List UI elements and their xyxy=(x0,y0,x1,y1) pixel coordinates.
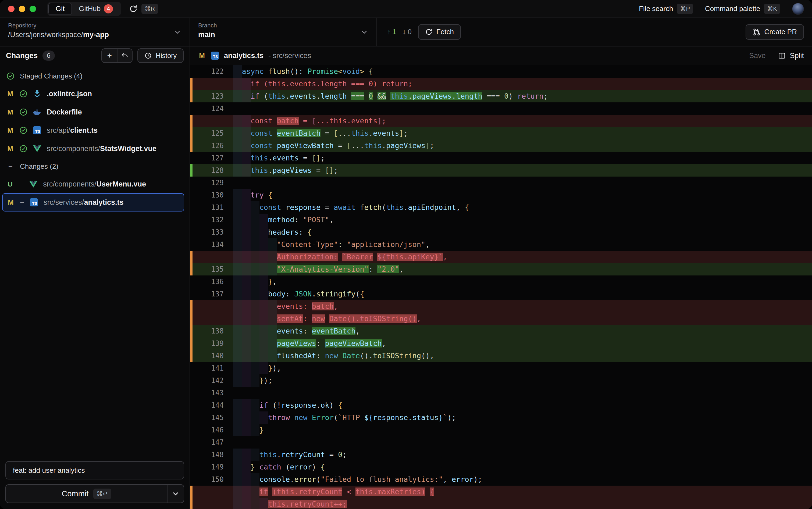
code-line: 134 "Content-Type": "application/json", xyxy=(190,238,812,251)
typescript-icon: TS xyxy=(210,51,219,60)
line-number: 133 xyxy=(190,226,224,238)
gutter-diff-marker xyxy=(190,263,193,275)
check-circle-icon xyxy=(19,108,27,116)
gutter-diff-marker xyxy=(190,300,193,312)
pull-request-icon xyxy=(753,28,761,36)
commit-label: Commit xyxy=(62,489,89,498)
tab-github[interactable]: GitHub 4 xyxy=(72,3,120,15)
status-badge: M xyxy=(7,198,14,207)
deleted-code-line: const batch = [...this.events]; xyxy=(190,115,812,127)
section-label: Staged Changes (4) xyxy=(20,72,83,80)
fetch-button[interactable]: Fetch xyxy=(418,24,461,40)
code-line: 127 this.events = []; xyxy=(190,152,812,164)
status-badge: M xyxy=(6,108,14,116)
repository-path: /Users/joris/workspace/my-app xyxy=(8,31,182,39)
file-search-button[interactable]: File search ⌘P xyxy=(639,4,693,14)
changes-count-badge: 6 xyxy=(42,50,55,61)
open-file-name: analytics.ts xyxy=(224,52,263,60)
line-number xyxy=(190,300,224,312)
titlebar: Git GitHub 4 ⌘R File search ⌘P Command p… xyxy=(0,0,812,18)
added-code-line: 128 this.pageViews = []; xyxy=(190,164,812,176)
line-number xyxy=(190,486,224,498)
command-palette-keycap: ⌘K xyxy=(764,4,780,14)
chevron-down-icon xyxy=(360,28,368,36)
status-badge: U xyxy=(6,180,14,189)
gutter-diff-marker xyxy=(190,127,193,139)
row-action[interactable] xyxy=(19,144,27,152)
line-number: 128 xyxy=(190,164,224,176)
repository-selector[interactable]: Repository /Users/joris/workspace/my-app xyxy=(0,18,190,46)
check-circle-icon xyxy=(19,144,27,152)
section-header[interactable]: Staged Changes (4) xyxy=(0,67,190,84)
zoom-window-button[interactable] xyxy=(30,6,36,12)
file-label: src/api/client.ts xyxy=(47,126,98,135)
gutter-diff-marker xyxy=(190,139,193,152)
branch-selector[interactable]: Branch main xyxy=(190,18,377,46)
row-action[interactable] xyxy=(19,108,27,116)
line-number: 142 xyxy=(190,374,224,387)
file-label: src/components/UserMenu.vue xyxy=(43,180,146,189)
history-label: History xyxy=(156,52,177,60)
gutter-diff-marker xyxy=(190,78,193,90)
commit-options-button[interactable] xyxy=(167,485,184,503)
commit-button-group: Commit ⌘↵ xyxy=(5,484,184,503)
tab-git[interactable]: Git xyxy=(48,3,72,15)
line-number: 137 xyxy=(190,288,224,300)
commit-button[interactable]: Commit ⌘↵ xyxy=(6,485,167,503)
tab-git-label: Git xyxy=(56,5,65,13)
branch-label: Branch xyxy=(198,22,368,29)
check-circle-icon xyxy=(19,90,27,98)
command-palette-button[interactable]: Command palette ⌘K xyxy=(705,4,780,14)
branch-name: main xyxy=(198,31,368,39)
code-line: 132 method: "POST", xyxy=(190,214,812,226)
split-view-button[interactable]: Split xyxy=(778,52,804,60)
line-number: 145 xyxy=(190,411,224,424)
line-number xyxy=(190,251,224,263)
row-action[interactable]: − xyxy=(19,180,24,189)
code-line: 143 xyxy=(190,387,812,399)
deleted-code-line: if (this.events.length === 0) return; xyxy=(190,78,812,90)
user-avatar[interactable] xyxy=(792,3,804,15)
changes-header: Changes 6 + History xyxy=(0,46,190,65)
code-line: 122 async flush(): Promise<void> { xyxy=(190,65,812,78)
section-header[interactable]: −Changes (2) xyxy=(0,158,190,175)
check-circle-icon xyxy=(19,126,27,134)
stage-actions: + xyxy=(101,48,133,63)
file-status-badge: M xyxy=(198,52,206,60)
added-code-line: 125 const eventBatch = [...this.events]; xyxy=(190,127,812,139)
row-action[interactable] xyxy=(19,90,27,98)
file-row[interactable]: M.oxlintrc.json xyxy=(0,84,190,103)
add-button[interactable]: + xyxy=(102,49,117,62)
file-row[interactable]: M−TSsrc/services/analytics.ts xyxy=(2,193,184,211)
chevron-down-icon xyxy=(173,28,182,36)
code-line: 124 xyxy=(190,102,812,115)
file-row[interactable]: U−src/components/UserMenu.vue xyxy=(0,175,190,193)
plus-icon: + xyxy=(107,51,112,60)
line-number: 144 xyxy=(190,399,224,411)
history-button[interactable]: History xyxy=(137,48,184,63)
line-number: 122 xyxy=(190,65,224,78)
create-pr-button[interactable]: Create PR xyxy=(746,24,804,40)
row-action[interactable] xyxy=(19,126,27,134)
oxlint-icon xyxy=(33,90,41,98)
file-row[interactable]: MTSsrc/api/client.ts xyxy=(0,121,190,139)
close-window-button[interactable] xyxy=(8,6,14,12)
repository-label: Repository xyxy=(8,22,182,29)
commit-message-input[interactable] xyxy=(5,461,184,479)
gutter-diff-marker xyxy=(190,498,193,509)
refresh-button[interactable] xyxy=(129,5,138,13)
line-number: 138 xyxy=(190,325,224,337)
line-number: 130 xyxy=(190,189,224,201)
refresh-icon xyxy=(129,5,138,13)
save-button[interactable]: Save xyxy=(749,52,766,60)
row-action[interactable]: − xyxy=(20,198,24,207)
behind-count: ↓0 xyxy=(402,28,411,36)
code-line: 145 throw new Error(`HTTP ${response.sta… xyxy=(190,411,812,424)
refresh-shortcut-keycap: ⌘R xyxy=(141,4,158,14)
file-row[interactable]: MDockerfile xyxy=(0,103,190,121)
file-row[interactable]: Msrc/components/StatsWidget.vue xyxy=(0,139,190,158)
tab-github-label: GitHub xyxy=(79,5,101,13)
minimize-window-button[interactable] xyxy=(19,6,25,12)
undo-button[interactable] xyxy=(117,49,132,62)
gutter-diff-marker xyxy=(190,115,193,127)
